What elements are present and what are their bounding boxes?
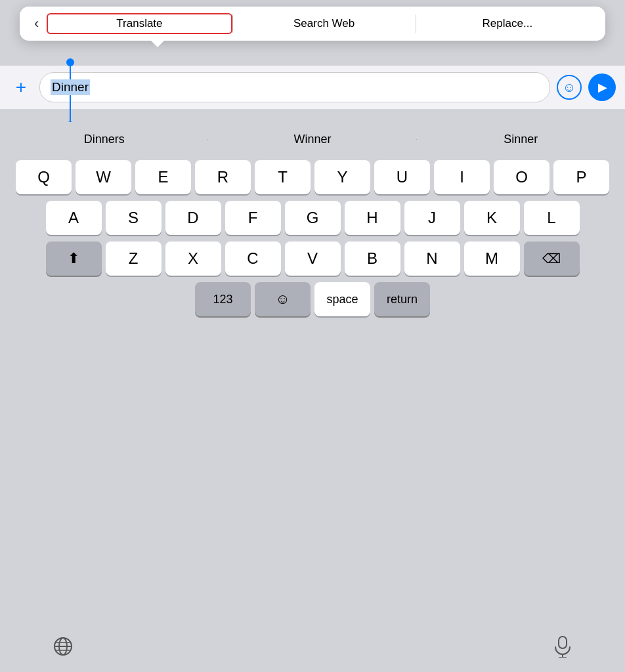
autocomplete-item-2[interactable]: Sinner	[417, 133, 625, 146]
key-n[interactable]: N	[404, 242, 460, 276]
selection-line-top	[70, 64, 71, 79]
replace-button[interactable]: Replace...	[416, 17, 599, 30]
search-web-button[interactable]: Search Web	[233, 17, 416, 30]
shift-key[interactable]: ⬆	[46, 242, 102, 276]
key-p[interactable]: P	[553, 160, 609, 194]
key-s[interactable]: S	[106, 201, 162, 235]
return-key[interactable]: return	[374, 282, 430, 316]
send-icon: ▶	[598, 80, 607, 94]
key-row-4: 123 ☺ space return	[3, 282, 622, 316]
key-r[interactable]: R	[195, 160, 251, 194]
key-h[interactable]: H	[345, 201, 400, 235]
key-o[interactable]: O	[494, 160, 550, 194]
key-d[interactable]: D	[165, 201, 221, 235]
key-j[interactable]: J	[404, 201, 460, 235]
autocomplete-item-1[interactable]: Winner	[208, 133, 416, 146]
key-a[interactable]: A	[46, 201, 102, 235]
key-w[interactable]: W	[75, 160, 131, 194]
mic-icon[interactable]	[553, 635, 572, 662]
input-area: + Dinner ☺ ▶	[0, 66, 625, 109]
text-input-wrapper[interactable]: Dinner	[39, 72, 550, 102]
back-button[interactable]: ‹	[26, 15, 47, 32]
key-row-3: ⬆ Z X C V B N M ⌫	[3, 242, 622, 276]
key-k[interactable]: K	[464, 201, 520, 235]
emoji-keyboard-key[interactable]: ☺	[255, 282, 311, 316]
key-m[interactable]: M	[464, 242, 520, 276]
key-x[interactable]: X	[165, 242, 221, 276]
key-l[interactable]: L	[524, 201, 580, 235]
key-i[interactable]: I	[434, 160, 490, 194]
keyboard: Q W E R T Y U I O P A S D F G H J K L ⬆ …	[0, 156, 625, 672]
bottom-bar	[0, 625, 625, 672]
plus-button[interactable]: +	[9, 77, 33, 98]
key-e[interactable]: E	[135, 160, 191, 194]
autocomplete-bar: Dinners Winner Sinner	[0, 122, 625, 156]
key-y[interactable]: Y	[314, 160, 370, 194]
text-input[interactable]: Dinner	[51, 79, 90, 95]
key-row-1: Q W E R T Y U I O P	[3, 160, 622, 194]
numbers-key[interactable]: 123	[195, 282, 251, 316]
translate-button[interactable]: Translate	[47, 13, 232, 34]
emoji-icon: ☺	[563, 80, 576, 95]
key-v[interactable]: V	[285, 242, 341, 276]
key-b[interactable]: B	[345, 242, 400, 276]
svg-rect-5	[559, 637, 567, 648]
key-f[interactable]: F	[225, 201, 281, 235]
backspace-key[interactable]: ⌫	[524, 242, 580, 276]
key-c[interactable]: C	[225, 242, 281, 276]
key-z[interactable]: Z	[106, 242, 162, 276]
emoji-button[interactable]: ☺	[557, 75, 582, 100]
context-menu: ‹ Translate Search Web Replace...	[20, 7, 605, 41]
autocomplete-item-0[interactable]: Dinners	[0, 133, 208, 146]
key-u[interactable]: U	[374, 160, 430, 194]
key-g[interactable]: G	[285, 201, 341, 235]
key-row-2: A S D F G H J K L	[3, 201, 622, 235]
space-key[interactable]: space	[314, 282, 370, 316]
key-t[interactable]: T	[255, 160, 311, 194]
send-button[interactable]: ▶	[588, 74, 616, 101]
key-q[interactable]: Q	[16, 160, 72, 194]
globe-icon[interactable]	[53, 636, 74, 662]
